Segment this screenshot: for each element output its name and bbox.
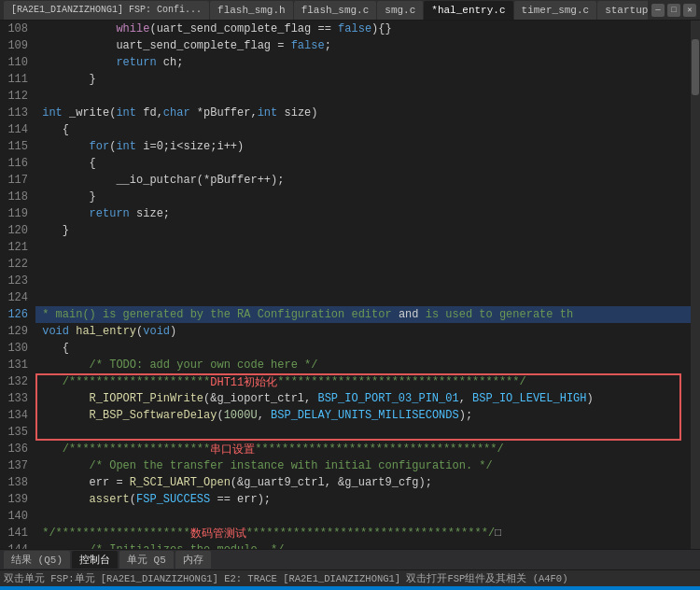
code-line-132: /*********************DHT11初始化**********… [35,373,691,390]
maximize-button[interactable]: □ [667,4,680,17]
code-line-139: assert(FSP_SUCCESS == err); [35,491,691,508]
code-line-120: } [35,222,691,239]
close-button[interactable]: ✕ [683,4,696,17]
info-text: 双击单元 FSP:单元 [RA2E1_DIANZIZHONG1] E2: TRA… [4,572,567,585]
bottom-tab-results[interactable]: 结果 (Q5) [4,551,70,569]
code-line-129: void hal_entry(void) [35,323,691,340]
code-line-119: return size; [35,205,691,222]
code-line-135 [35,424,691,441]
line-numbers: 108 109 110 111 112 113 114 115 116 117 … [0,21,35,549]
code-line-109: uart_send_complete_flag = false; [35,37,691,54]
code-line-140 [35,508,691,525]
code-line-122 [35,256,691,273]
code-line-121 [35,239,691,256]
tab-hal-entry-c[interactable]: *hal_entry.c [424,1,512,20]
code-line-114: { [35,121,691,138]
code-line-118: } [35,189,691,205]
code-line-134: R_BSP_SoftwareDelay(1000U, BSP_DELAY_UNI… [35,407,691,424]
code-line-117: __io_putchar(*pBuffer++); [35,172,691,189]
info-bar: 双击单元 FSP:单元 [RA2E1_DIANZIZHONG1] E2: TRA… [0,569,700,586]
tab-fsp-config[interactable]: [RA2E1_DIANZIZHONG1] FSP: Confi... [4,1,209,20]
code-line-111: } [35,71,691,88]
code-line-115: for(int i=0;i<size;i++) [35,138,691,155]
bottom-tabs: 结果 (Q5) 控制台 单元 Q5 内存 [0,549,700,569]
title-bar: [RA2E1_DIANZIZHONG1] FSP: Confi... flash… [0,0,700,21]
bottom-tab-console[interactable]: 控制台 [72,551,118,569]
code-line-131: /* TODO: add your own code here */ [35,357,691,373]
minimize-button[interactable]: ─ [651,4,665,17]
vertical-scrollbar[interactable] [691,21,700,549]
editor: 108 109 110 111 112 113 114 115 116 117 … [0,21,700,549]
code-line-130: { [35,340,691,357]
code-line-112 [35,88,691,105]
tab-timer-smg-c[interactable]: timer_smg.c [514,1,597,20]
tab-flash-smg-c[interactable]: flash_smg.c [294,1,377,20]
bottom-tab-memory[interactable]: 内存 [175,551,211,569]
tab-smg-c[interactable]: smg.c [377,1,423,20]
code-line-137: /* Open the transfer instance with initi… [35,457,691,474]
code-line-108: while(uart_send_complete_flag == false){… [35,21,691,37]
bottom-tab-unit[interactable]: 单元 Q5 [119,551,174,569]
code-line-133: R_IOPORT_PinWrite(&g_ioport_ctrl, BSP_IO… [35,390,691,407]
code-line-110: return ch; [35,54,691,71]
scrollbar-thumb[interactable] [692,39,699,95]
code-line-124 [35,289,691,306]
code-line-138: err = R_SCI_UART_Open(&g_uart9_ctrl, &g_… [35,474,691,491]
window-controls: ─ □ ✕ [651,4,696,17]
code-line-123 [35,273,691,289]
code-area[interactable]: while(uart_send_complete_flag == false){… [35,21,691,549]
code-line-126: * main() is generated by the RA Configur… [35,306,691,323]
code-line-141: */********************数码管测试*************… [35,525,691,541]
tab-startup-c[interactable]: startup.c [597,1,648,20]
tab-flash-smg-h[interactable]: flash_smg.h [210,1,293,20]
editor-tabs: [RA2E1_DIANZIZHONG1] FSP: Confi... flash… [4,1,648,20]
code-line-113: int _write(int fd,char *pBuffer,int size… [35,105,691,121]
code-line-144: /* Initializes the module. */ [35,541,691,549]
code-line-116: { [35,155,691,172]
status-bar: 结果 (Q5) QSPI电子技术 [0,586,700,590]
code-line-136: /*********************串口设置**************… [35,441,691,457]
